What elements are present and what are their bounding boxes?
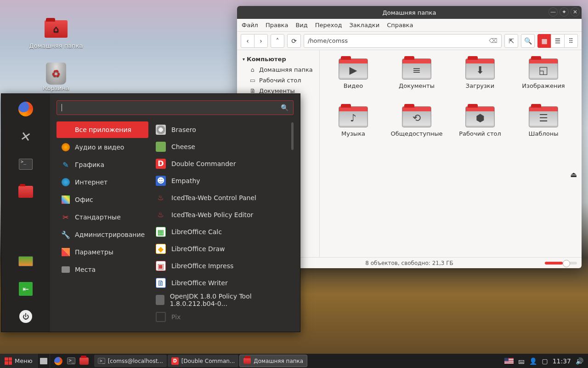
toggle-path-button[interactable]: ⇱ [504,34,518,48]
ql-terminal[interactable] [65,354,78,368]
java-icon: ♨ [156,193,166,203]
category-places[interactable]: Места [57,261,148,278]
forward-button[interactable]: › [254,34,268,48]
app-openjdk-policy[interactable]: OpenJDK 1.8.0 Policy Tool 1.8.0.212.b04-… [152,292,294,308]
scissors-icon: ✂ [61,213,70,222]
task-file-manager[interactable]: Домашняя папка [239,355,307,367]
terminal-icon [67,357,75,364]
keyboard-layout-indicator[interactable] [504,358,514,364]
desktop-icon-trash[interactable]: Корзина [28,63,84,92]
distro-logo-icon [5,357,12,365]
calc-icon: ▦ [156,227,166,237]
search-button[interactable]: 🔍 [521,34,535,48]
search-input[interactable]: 🔍 [57,100,294,115]
dc-icon: D [171,357,179,365]
desktop-icon-label: Корзина [28,85,84,92]
ql-firefox[interactable] [52,354,65,368]
task-double-commander[interactable]: D[Double Comman... [168,355,239,367]
app-empathy[interactable]: ☻Empathy [152,172,294,189]
app-libreoffice-calc[interactable]: ▦LibreOffice Calc [152,224,294,240]
volume-indicator[interactable]: 🔊 [576,357,583,365]
sidebar-section-computer[interactable]: Компьютер [239,54,317,64]
category-office[interactable]: Офис [57,191,148,208]
app-libreoffice-draw[interactable]: ◆LibreOffice Draw [152,241,294,257]
fav-terminal[interactable] [17,155,34,173]
view-list-button[interactable]: ☰ [551,34,565,48]
app-cheese[interactable]: Cheese [152,138,294,155]
folder-public[interactable]: ⟲Общедоступные [387,104,447,150]
menu-bookmarks[interactable]: Закладки [349,22,379,29]
menu-help[interactable]: Справка [387,22,413,29]
fav-shutdown[interactable]: ⏻ [17,308,34,325]
view-compact-button[interactable]: ⠿ [564,34,578,48]
menu-go[interactable]: Переход [315,22,342,29]
app-pix[interactable]: Pix [152,309,294,325]
folder-downloads[interactable]: ⬇Загрузки [450,56,510,102]
terminal-icon [19,159,33,170]
category-all[interactable]: Все приложения [57,121,148,138]
back-button[interactable]: ‹ [241,34,254,48]
view-icons-button[interactable]: ▦ [537,34,551,48]
category-av[interactable]: Аудио и видео [57,139,148,155]
desktop-icon-home[interactable]: ⌂ Домашняя папка [28,18,84,49]
minimize-button[interactable]: — [548,7,558,17]
sidebar-item-desktop[interactable]: ▭Рабочий стол [239,75,317,86]
empathy-icon: ☻ [156,176,166,186]
category-accessories[interactable]: ✂Стандартные [57,209,148,225]
sidebar-item-home[interactable]: ⌂Домашняя папка [239,64,317,75]
task-terminal[interactable]: [comss@localhost... [94,355,167,367]
folder-music[interactable]: ♪Музыка [323,104,383,150]
user-indicator[interactable]: 👤 [529,357,537,365]
category-graphics[interactable]: ✎Графика [57,156,148,173]
java-icon: ♨ [156,210,166,220]
fav-files[interactable] [17,183,34,201]
fav-firefox[interactable] [17,100,34,118]
menu-file[interactable]: Файл [242,22,258,29]
folder-documents[interactable]: ≡Документы [387,56,447,102]
path-bar[interactable]: /home/comss ⌫ [304,34,502,48]
app-libreoffice-impress[interactable]: ▣LibreOffice Impress [152,258,294,274]
show-desktop-button[interactable] [37,354,50,368]
clock[interactable]: 11:37 [553,357,571,365]
fav-logout[interactable]: ⇤ [17,280,34,298]
scrollbar[interactable] [291,122,294,150]
folder-desktop[interactable]: ⬢Рабочий стол [450,104,510,150]
menu-edit[interactable]: Правка [266,22,288,29]
app-icedtea-policy[interactable]: ♨IcedTea-Web Policy Editor [152,207,294,223]
favorites-bar: ⇤ ⏻ [1,94,50,332]
app-brasero[interactable]: Brasero [152,121,294,138]
close-button[interactable]: ✕ [571,7,580,17]
ql-files[interactable] [78,354,90,368]
menubar: Файл Правка Вид Переход Закладки Справка [237,19,582,32]
eject-icon[interactable]: ⏏ [570,170,577,179]
window-titlebar[interactable]: Домашняя папка — ✦ ✕ [237,6,582,19]
fav-display[interactable] [17,253,34,270]
fav-settings[interactable] [17,128,34,145]
category-admin[interactable]: 🔧Администрирование [57,226,148,243]
globe-icon [62,178,70,186]
power-icon: ⏻ [19,310,32,323]
category-internet[interactable]: Интернет [57,174,148,190]
reload-button[interactable]: ⟳ [287,34,301,48]
battery-indicator[interactable]: ▢ [542,357,548,365]
folder-pictures[interactable]: ◱Изображения [514,56,573,102]
folder-templates[interactable]: ☰Шаблоны [514,104,573,150]
dc-icon: D [156,159,166,169]
category-preferences[interactable]: Параметры [57,244,148,260]
zoom-slider[interactable] [545,262,577,264]
maximize-button[interactable]: ✦ [560,7,569,17]
wrench-icon: 🔧 [61,230,70,239]
app-libreoffice-writer[interactable]: 🗎LibreOffice Writer [152,275,294,291]
app-double-commander[interactable]: DDouble Commander [152,155,294,172]
menu-view[interactable]: Вид [295,22,307,29]
menu-button[interactable]: Меню [0,354,37,368]
up-button[interactable]: ˄ [271,34,284,48]
terminal-icon [98,358,105,364]
disk-indicator[interactable]: 🖴 [518,357,525,365]
exit-icon: ⇤ [19,282,33,296]
clear-path-icon[interactable]: ⌫ [489,37,498,44]
file-grid[interactable]: ▶Видео ≡Документы ⬇Загрузки ◱Изображения… [320,50,582,257]
folder-videos[interactable]: ▶Видео [323,56,383,102]
app-icedtea-control[interactable]: ♨IcedTea-Web Control Panel [152,190,294,206]
tools-icon [19,130,33,144]
